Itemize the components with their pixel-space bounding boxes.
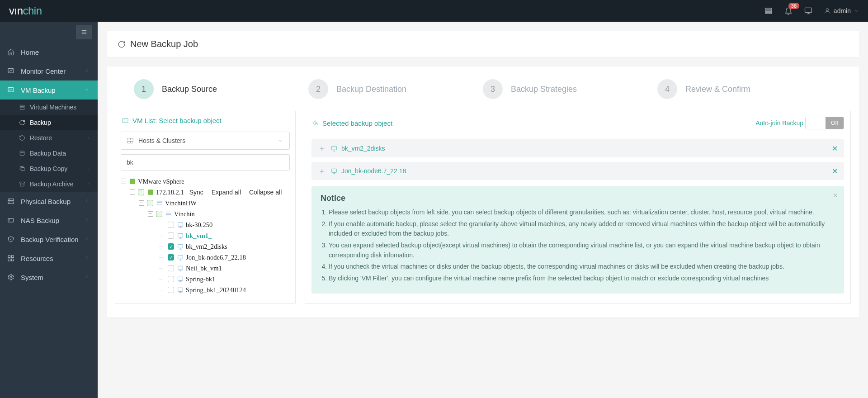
chevron-left-icon: [84, 67, 90, 75]
sidebar-toggle[interactable]: [76, 25, 92, 39]
svg-rect-29: [157, 201, 162, 205]
list-icon[interactable]: [764, 6, 773, 15]
sub-restore[interactable]: Restore: [0, 130, 98, 146]
bell-icon[interactable]: 38: [784, 6, 793, 15]
notice-panel: × Notice Please select backup objects fr…: [311, 186, 844, 294]
svg-rect-10: [21, 168, 24, 171]
nav-home[interactable]: Home: [0, 43, 98, 62]
checkbox[interactable]: [168, 254, 174, 261]
nav-physical-backup[interactable]: Physical Backup: [0, 192, 98, 211]
tree-node-vm[interactable]: Jon_bk-node6.7_22.18: [121, 252, 290, 263]
checkbox[interactable]: [168, 287, 174, 293]
svg-rect-26: [131, 141, 133, 143]
tree-node-vm[interactable]: Spring-bk1: [121, 274, 290, 284]
checkbox[interactable]: [138, 189, 144, 195]
svg-rect-2: [765, 12, 771, 14]
user-menu[interactable]: admin: [824, 7, 859, 14]
tree-node-vm[interactable]: bk_vm1_: [121, 230, 290, 241]
sub-backup-copy[interactable]: Backup Copy: [0, 161, 98, 176]
step-backup-destination[interactable]: 2 Backup Destination: [308, 79, 483, 99]
nav-backup-verification[interactable]: Backup Verification: [0, 230, 98, 249]
collapse-toggle[interactable]: −: [148, 211, 153, 217]
sub-backup-data[interactable]: Backup Data: [0, 146, 98, 161]
collapse-toggle[interactable]: −: [130, 190, 135, 195]
svg-rect-18: [11, 256, 14, 258]
share-icon: [311, 119, 319, 127]
nav-monitor-center[interactable]: Monitor Center: [0, 62, 98, 81]
close-icon[interactable]: ×: [833, 191, 838, 200]
checkbox[interactable]: [156, 211, 162, 217]
autojoin-label: Auto-join Backup: [755, 119, 803, 127]
checkbox[interactable]: [147, 200, 153, 206]
svg-rect-20: [11, 259, 14, 261]
remove-icon[interactable]: ✕: [832, 144, 838, 153]
sub-virtual-machines[interactable]: Virtual Machines: [0, 100, 98, 115]
svg-rect-39: [332, 146, 337, 150]
sub-backup[interactable]: Backup: [0, 115, 98, 130]
vm-icon: [7, 86, 14, 94]
step-backup-strategies[interactable]: 3 Backup Strategies: [483, 79, 657, 99]
checkbox[interactable]: [168, 222, 174, 228]
tree-node-datacenter[interactable]: − VinchinHW: [121, 198, 290, 208]
shield-check-icon: [7, 236, 14, 243]
tree-collapse-link[interactable]: Collapse all: [249, 189, 282, 196]
vm-icon: [177, 265, 184, 272]
cluster-icon: [165, 210, 172, 218]
topbar: vınchin 38 admin: [0, 0, 868, 22]
svg-rect-40: [332, 169, 337, 172]
chevron-left-icon: [86, 165, 90, 172]
nav-system[interactable]: System: [0, 268, 98, 287]
nav-vm-backup[interactable]: VM Backup: [0, 81, 98, 100]
svg-rect-25: [127, 141, 130, 143]
vsphere-icon: [129, 178, 136, 185]
nas-icon: [7, 217, 14, 224]
collapse-toggle[interactable]: −: [139, 200, 144, 206]
sub-backup-archive[interactable]: Backup Archive: [0, 176, 98, 192]
page-title: New Backup Job: [130, 39, 198, 49]
remove-icon[interactable]: ✕: [832, 167, 838, 175]
notice-item: By clicking 'VM Filter', you can configu…: [329, 274, 835, 284]
svg-point-21: [10, 276, 12, 278]
tree-node-root[interactable]: − VMware vSphere: [121, 176, 290, 187]
tree-sync-link[interactable]: Sync: [189, 189, 203, 196]
svg-rect-27: [130, 179, 135, 184]
svg-rect-36: [178, 266, 183, 270]
wizard-steps: 1 Backup Source 2 Backup Destination 3 B…: [107, 66, 859, 111]
autojoin-toggle[interactable]: Off: [805, 117, 844, 129]
tree-expand-link[interactable]: Expand all: [212, 189, 241, 196]
tree-node-host[interactable]: − 172.18.2.1 Sync Expand all Collapse al…: [121, 187, 290, 198]
checkbox[interactable]: [168, 276, 174, 282]
monitor-icon[interactable]: [804, 6, 813, 15]
svg-rect-31: [166, 214, 171, 216]
tree-node-vm[interactable]: Neil_bk_vm1: [121, 263, 290, 274]
svg-rect-37: [178, 277, 183, 280]
svg-rect-0: [765, 8, 771, 9]
chevron-left-icon: [84, 274, 90, 281]
notice-item: Please select backup objects from left s…: [329, 208, 835, 218]
tree-node-vm[interactable]: Spring_bk1_20240124: [121, 284, 290, 295]
notice-item: You can expand selected backup object(ex…: [329, 241, 835, 260]
checkbox[interactable]: [168, 265, 174, 271]
nav-nas-backup[interactable]: NAS Backup: [0, 211, 98, 230]
collapse-toggle[interactable]: −: [121, 179, 126, 184]
svg-rect-24: [131, 138, 133, 140]
checkbox[interactable]: [168, 243, 174, 250]
tree-node-vm[interactable]: bk_vm2_2disks: [121, 241, 290, 252]
svg-rect-7: [20, 105, 24, 107]
vm-icon: [177, 232, 184, 239]
vm-list-icon: [122, 117, 129, 124]
svg-rect-19: [8, 259, 10, 261]
search-input[interactable]: [121, 154, 290, 171]
hosts-clusters-dropdown[interactable]: Hosts & Clusters: [121, 132, 290, 150]
step-backup-source[interactable]: 1 Backup Source: [134, 79, 308, 99]
checkbox[interactable]: [168, 232, 174, 239]
tree-node-cluster[interactable]: − Vinchin: [121, 208, 290, 219]
sidebar: Home Monitor Center VM Backup Virtual Ma…: [0, 22, 98, 398]
expand-icon[interactable]: ＋: [318, 143, 326, 154]
svg-rect-16: [8, 218, 14, 222]
vm-tree: − VMware vSphere − 172.18.2.1 Sync: [121, 176, 290, 295]
expand-icon[interactable]: ＋: [318, 166, 326, 176]
nav-resources[interactable]: Resources: [0, 249, 98, 268]
tree-node-vm[interactable]: bk-30.250: [121, 219, 290, 230]
step-review-confirm[interactable]: 4 Review & Confirm: [657, 79, 832, 99]
